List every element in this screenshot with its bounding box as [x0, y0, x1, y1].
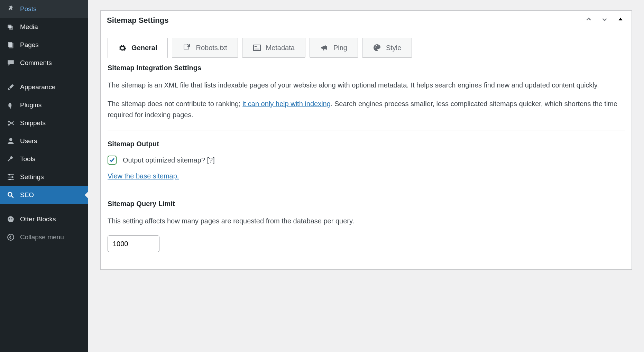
- sidebar-item-comments[interactable]: Comments: [0, 54, 88, 72]
- tab-label: Style: [386, 44, 401, 52]
- svg-rect-21: [255, 46, 257, 47]
- svg-point-8: [9, 138, 12, 141]
- user-icon: [6, 137, 15, 146]
- export-icon: [183, 44, 191, 52]
- toggle-panel-button[interactable]: [616, 16, 625, 25]
- sidebar-item-label: Settings: [20, 173, 44, 181]
- postbox-body: General Robots.txt Metadata: [101, 30, 632, 269]
- move-up-button[interactable]: [584, 16, 594, 25]
- query-limit-input[interactable]: [108, 235, 159, 252]
- svg-rect-22: [255, 48, 259, 48]
- sidebar-item-pages[interactable]: Pages: [0, 36, 88, 54]
- search-icon: [6, 191, 15, 200]
- sidebar-item-label: Snippets: [20, 119, 46, 127]
- svg-point-14: [9, 178, 11, 180]
- svg-point-16: [8, 216, 14, 222]
- query-limit-desc: This setting affects how many pages are …: [108, 215, 625, 226]
- sidebar-item-label: Tools: [20, 155, 35, 163]
- metadata-icon: [253, 44, 261, 52]
- tab-general[interactable]: General: [108, 38, 168, 58]
- divider: [108, 130, 625, 130]
- svg-point-17: [9, 218, 10, 219]
- brush-icon: [6, 83, 15, 92]
- sidebar-item-label: Pages: [20, 41, 39, 49]
- tab-label: Metadata: [266, 44, 295, 52]
- sidebar-item-settings[interactable]: Settings: [0, 168, 88, 186]
- sidebar-item-snippets[interactable]: Snippets: [0, 114, 88, 132]
- sidebar-item-plugins[interactable]: Plugins: [0, 96, 88, 114]
- tab-robots[interactable]: Robots.txt: [172, 38, 238, 58]
- comment-icon: [6, 58, 15, 67]
- divider: [108, 190, 625, 190]
- sidebar-item-label: Appearance: [20, 83, 55, 91]
- sidebar-item-label: Collapse menu: [20, 233, 64, 241]
- tab-ping[interactable]: Ping: [310, 38, 358, 58]
- sidebar-item-label: Plugins: [20, 101, 42, 109]
- text-span: The sitemap does not contribute to ranki…: [108, 100, 242, 108]
- tab-style[interactable]: Style: [362, 38, 412, 58]
- palette-icon: [373, 44, 381, 52]
- sidebar-item-tools[interactable]: Tools: [0, 150, 88, 168]
- sidebar-item-label: Posts: [20, 5, 37, 13]
- sidebar-item-label: SEO: [20, 191, 34, 199]
- tab-metadata[interactable]: Metadata: [242, 38, 305, 58]
- sidebar-item-label: Otter Blocks: [20, 215, 56, 223]
- integration-p1: The sitemap is an XML file that lists in…: [108, 80, 625, 91]
- postbox-handle-actions: [584, 16, 625, 25]
- sidebar-item-label: Media: [20, 23, 38, 31]
- svg-point-25: [375, 47, 376, 48]
- svg-rect-4: [9, 43, 13, 48]
- svg-point-27: [377, 46, 378, 47]
- svg-point-26: [376, 45, 377, 46]
- integration-p2: The sitemap does not contribute to ranki…: [108, 98, 625, 120]
- sidebar-item-appearance[interactable]: Appearance: [0, 78, 88, 96]
- postbox-header: Sitemap Settings: [101, 11, 632, 30]
- sidebar-item-media[interactable]: Media: [0, 18, 88, 36]
- sidebar-item-seo[interactable]: SEO: [0, 186, 88, 204]
- collapse-icon: [6, 233, 15, 242]
- svg-point-18: [11, 218, 12, 219]
- integration-title: Sitemap Integration Settings: [108, 64, 625, 72]
- sidebar-item-otter-blocks[interactable]: Otter Blocks: [0, 210, 88, 228]
- move-down-button[interactable]: [600, 16, 609, 25]
- svg-rect-1: [9, 26, 13, 30]
- sidebar-collapse-menu[interactable]: Collapse menu: [0, 228, 88, 246]
- output-optimized-checkbox[interactable]: [108, 156, 117, 165]
- wrench-icon: [6, 155, 15, 164]
- gear-icon: [118, 44, 127, 52]
- tab-label: General: [131, 44, 157, 52]
- sliders-icon: [6, 173, 15, 182]
- svg-point-2: [11, 28, 12, 29]
- svg-rect-23: [255, 49, 259, 49]
- main-content: Sitemap Settings General: [88, 0, 644, 352]
- svg-point-24: [326, 45, 327, 46]
- scissors-icon: [6, 119, 15, 128]
- sitemap-settings-box: Sitemap Settings General: [100, 10, 632, 270]
- query-limit-title: Sitemap Query Limit: [108, 200, 625, 208]
- view-sitemap-row: View the base sitemap.: [108, 172, 625, 180]
- megaphone-icon: [320, 44, 329, 52]
- sidebar-item-label: Users: [20, 137, 37, 145]
- otter-icon: [6, 215, 15, 224]
- indexing-help-link[interactable]: it can only help with indexing: [242, 100, 331, 108]
- output-optimized-row: Output optimized sitemap? [?]: [108, 156, 625, 165]
- sidebar-item-users[interactable]: Users: [0, 132, 88, 150]
- tab-label: Robots.txt: [196, 44, 227, 52]
- plug-icon: [6, 101, 15, 110]
- output-title: Sitemap Output: [108, 140, 625, 148]
- svg-point-13: [11, 176, 13, 178]
- tabs: General Robots.txt Metadata: [108, 38, 625, 58]
- svg-rect-5: [10, 107, 11, 109]
- svg-point-15: [8, 192, 12, 196]
- tab-label: Ping: [333, 44, 347, 52]
- sidebar-item-posts[interactable]: Posts: [0, 0, 88, 18]
- svg-point-12: [8, 174, 10, 175]
- view-base-sitemap-link[interactable]: View the base sitemap.: [108, 172, 179, 180]
- pin-icon: [6, 4, 15, 13]
- media-icon: [6, 22, 15, 31]
- admin-sidebar: Posts Media Pages Comments Appearance Pl…: [0, 0, 88, 352]
- pages-icon: [6, 40, 15, 49]
- output-optimized-label: Output optimized sitemap? [?]: [123, 156, 215, 164]
- svg-point-19: [8, 234, 14, 240]
- sidebar-item-label: Comments: [20, 59, 52, 67]
